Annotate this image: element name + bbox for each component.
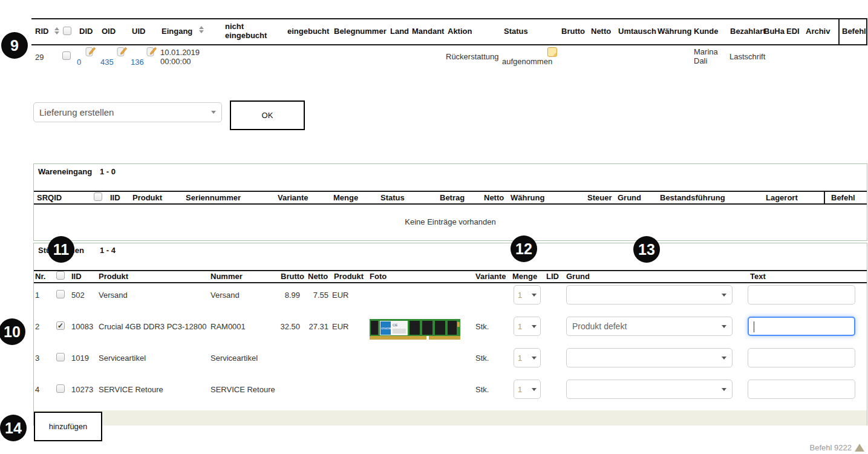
wareneingang-range: 1 - 0 xyxy=(100,167,116,176)
chevron-down-icon xyxy=(722,357,726,360)
add-button-label: hinzufügen xyxy=(49,422,88,431)
pos-row-nr: 2 xyxy=(35,322,39,331)
select-all-checkbox[interactable] xyxy=(63,27,71,35)
menge-select[interactable]: 1 xyxy=(514,317,541,336)
rid-sort-icon[interactable] xyxy=(54,27,59,35)
annotation-marker-10: 10 xyxy=(0,318,25,345)
we-col-seriennummer: Seriennummer xyxy=(186,193,241,202)
menge-select[interactable]: 1 xyxy=(514,348,541,367)
svg-text:CE: CE xyxy=(393,323,397,327)
grund-select[interactable] xyxy=(566,348,733,367)
we-col-srqid: SRQID xyxy=(37,193,62,202)
menge-select[interactable]: 1 xyxy=(514,285,541,304)
we-col-befehl: Befehl xyxy=(831,193,855,202)
pos-row-iid: 1019 xyxy=(71,354,89,363)
text-caret xyxy=(754,321,754,332)
row-oid-link[interactable]: 435 xyxy=(100,58,114,67)
row-did-link[interactable]: 0 xyxy=(77,58,81,67)
we-col-steuer: Steuer xyxy=(587,193,612,202)
text-input[interactable] xyxy=(748,348,855,367)
menge-value: 1 xyxy=(518,385,522,394)
pos-row-checkbox[interactable] xyxy=(56,384,65,393)
table-border xyxy=(31,44,867,45)
text-input[interactable] xyxy=(748,285,855,304)
table-border xyxy=(34,282,867,283)
we-select-all-checkbox[interactable] xyxy=(94,192,102,201)
col-header-bezahlart: Bezahlart xyxy=(730,27,766,36)
col-header-eingang: Eingang xyxy=(162,27,192,36)
pos-select-all-checkbox[interactable] xyxy=(56,271,65,280)
pos-row-iid: 10083 xyxy=(71,322,93,331)
pos-row-checkbox[interactable] xyxy=(56,290,65,298)
grund-select[interactable] xyxy=(566,285,733,304)
menge-select[interactable]: 1 xyxy=(514,380,541,399)
grund-value: Produkt defekt xyxy=(572,321,627,331)
we-col-lagerort: Lagerort xyxy=(766,193,798,202)
col-header-kunde: Kunde xyxy=(694,27,718,36)
pos-row-iid: 10273 xyxy=(71,385,93,394)
col-header-edi: EDI xyxy=(786,27,800,36)
row-aktion: Rückerstattung xyxy=(446,52,498,61)
row-bezahlart: Lastschrift xyxy=(729,52,765,61)
action-dropdown[interactable]: Lieferung erstellen xyxy=(33,102,222,122)
add-button[interactable]: hinzufügen xyxy=(34,412,102,441)
text-input-focused[interactable] xyxy=(748,317,855,336)
edit-icon[interactable] xyxy=(117,47,128,59)
pos-row-variante: Stk. xyxy=(475,385,489,394)
row-rid: 29 xyxy=(35,53,44,62)
col-header-oid: OID xyxy=(102,27,116,36)
pos-col-produkt2: Produkt xyxy=(334,272,364,281)
pos-row-nummer: RAM0001 xyxy=(210,322,246,331)
row-status: aufgenommen xyxy=(502,57,552,66)
chevron-down-icon xyxy=(722,294,726,297)
col-header-mandant: Mandant xyxy=(412,27,444,36)
col-header-rid: RID xyxy=(35,27,48,36)
ok-button-label: OK xyxy=(262,111,273,120)
eingang-sort-icon[interactable] xyxy=(199,26,204,33)
chevron-down-icon xyxy=(532,388,537,391)
pos-row-nummer: Serviceartikel xyxy=(210,354,258,363)
we-col-grund: Grund xyxy=(618,193,641,202)
scroll-top-icon[interactable] xyxy=(855,444,864,452)
pos-col-grund: Grund xyxy=(566,272,590,281)
we-col-produkt: Produkt xyxy=(132,193,162,202)
befehl-cell-border xyxy=(866,18,867,45)
row-kunde-line1: Marina xyxy=(694,47,718,56)
pos-row-checkbox[interactable] xyxy=(56,353,65,361)
table-border xyxy=(31,18,867,19)
grund-select[interactable] xyxy=(566,380,733,399)
col-header-buha: BuHa xyxy=(764,27,785,36)
product-photo-ram: crucial CE xyxy=(370,319,460,343)
chevron-down-icon xyxy=(532,325,537,328)
edit-icon[interactable] xyxy=(146,47,157,59)
table-border xyxy=(34,203,867,205)
grund-select[interactable]: Produkt defekt xyxy=(566,317,733,336)
table-border xyxy=(34,191,867,192)
we-empty-text: Keine Einträge vorhanden xyxy=(34,217,867,226)
pos-row-produkt: SERVICE Retoure xyxy=(99,385,163,394)
row-select-checkbox[interactable] xyxy=(62,51,71,60)
edit-icon[interactable] xyxy=(85,47,96,59)
col-header-umtausch: Umtausch xyxy=(618,27,656,36)
pos-row-checkbox[interactable] xyxy=(56,321,65,330)
ok-button[interactable]: OK xyxy=(230,100,305,130)
pos-col-foto: Foto xyxy=(370,272,387,281)
col-header-belegnummer: Belegnummer xyxy=(334,27,387,36)
pos-row-brutto: 8.99 xyxy=(272,291,300,300)
row-uid-link[interactable]: 136 xyxy=(131,58,144,67)
pos-col-iid: IID xyxy=(71,272,82,281)
we-col-bestandsfuehrung: Bestandsführung xyxy=(660,193,725,202)
befehl-status-label: Befehl 9222 xyxy=(774,443,852,452)
svg-text:crucial: crucial xyxy=(381,326,391,330)
pos-col-brutto: Brutto xyxy=(281,272,304,281)
pos-row-nr: 3 xyxy=(35,354,39,363)
text-input[interactable] xyxy=(748,380,855,399)
wareneingang-title: Wareneingang xyxy=(38,167,92,176)
note-icon[interactable] xyxy=(547,47,557,59)
retoure-page: RID DID OID UID Eingang nicht eingebucht… xyxy=(0,0,868,454)
pos-col-variante: Variante xyxy=(475,272,506,281)
menge-value: 1 xyxy=(518,291,522,300)
pos-row-iid: 502 xyxy=(71,291,85,300)
row-eingang-date: 10.01.2019 xyxy=(160,48,200,57)
row-kunde-line2: Dali xyxy=(694,56,707,65)
